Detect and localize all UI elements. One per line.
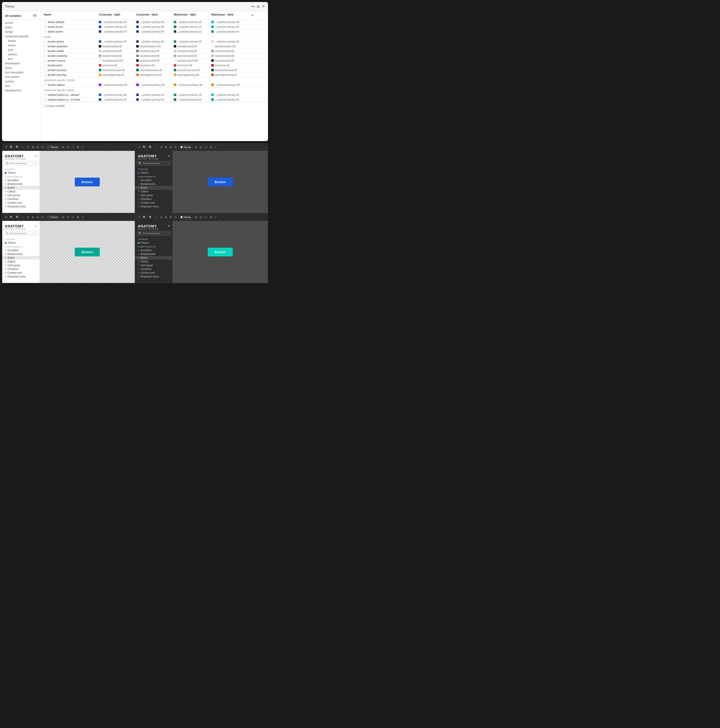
nav-card-group-3[interactable]: ⊞Card group (2, 263, 40, 267)
nav-dropdown-menu[interactable]: ⊞Dropdown menu (2, 205, 40, 208)
nav-content-card-4[interactable]: ⊞Content card (135, 271, 172, 275)
refresh-icon-4[interactable]: ↺ (137, 215, 141, 219)
search-box-3[interactable]: 🔍 Find components / (4, 231, 38, 236)
info-icon[interactable]: ⓘ (204, 145, 208, 150)
nav-accordion-4[interactable]: ⊞Accordion (135, 248, 172, 252)
frame-icon-3[interactable]: ⊡ (66, 215, 70, 219)
refresh-icon[interactable]: ↺ (4, 145, 8, 149)
zoom-fit-icon[interactable]: ↔ (154, 145, 158, 149)
collapse-arrow-7[interactable]: ˅ (169, 246, 170, 248)
token-item[interactable]: Tokens (2, 171, 40, 174)
table-icon-4[interactable]: ⊟ (194, 215, 198, 219)
list-view-icon[interactable]: ⊟ (169, 145, 172, 149)
sidebar-item-accent[interactable]: accent (2, 20, 41, 25)
add-column-button[interactable]: + (249, 13, 256, 17)
table-icon-3[interactable]: ⊟ (61, 215, 65, 219)
zoom-in-icon-4[interactable]: 🔍 (148, 215, 153, 219)
nav-accordion-3[interactable]: ⊞Accordion (2, 248, 40, 252)
nav-checkbox-3[interactable]: ⊞Checkbox (2, 267, 40, 271)
demo-button-4[interactable]: Button (208, 248, 233, 257)
zoom-fit-icon-3[interactable]: ↔ (21, 215, 25, 219)
all-variables-label[interactable]: All variables (5, 14, 21, 17)
panel-icon-3[interactable]: ⊞ (76, 215, 80, 219)
layout-icon-4[interactable]: ⊡ (174, 215, 177, 219)
expand-icon[interactable]: ⤢ (214, 145, 218, 149)
nav-button-4[interactable]: ⊞Button (135, 256, 172, 260)
demo-button-2[interactable]: Button (208, 177, 233, 187)
sidebar-item-text-sub[interactable]: text (2, 57, 41, 61)
zoom-fit-icon-4[interactable]: ↔ (154, 215, 158, 219)
list-view-icon-3[interactable]: ⊟ (36, 215, 40, 219)
info-icon-3[interactable]: ⓘ (71, 215, 75, 220)
nav-button-3[interactable]: ⊞Button (2, 256, 40, 260)
collapse-arrow[interactable]: ˅ (36, 168, 37, 170)
grid-view-icon[interactable]: ⊞ (164, 145, 168, 149)
sidebar-item-icon-system[interactable]: icon system (2, 75, 41, 79)
demo-button-1[interactable]: Button (75, 177, 100, 187)
settings-icon-3[interactable]: ⚙ (35, 225, 37, 228)
nav-breadcrumbs-2[interactable]: ⊞Breadcrumbs (135, 182, 172, 186)
layout-icon[interactable]: ⊡ (174, 145, 177, 149)
layout-icon[interactable]: ⊡ (41, 145, 44, 149)
nav-checkbox[interactable]: ⊞Checkbox (2, 197, 40, 201)
nav-dropdown-2[interactable]: ⊞Dropdown menu (135, 205, 172, 208)
sidebar-item-focus[interactable]: focus (2, 66, 41, 70)
frame-icon-4[interactable]: ⊡ (199, 215, 203, 219)
panel-icon[interactable]: ⊞ (209, 145, 213, 149)
settings-icon-4[interactable]: ⚙ (168, 225, 170, 228)
search-box-2[interactable]: 🔍 Find components / (137, 161, 171, 166)
token-item-3[interactable]: Tokens (2, 241, 40, 245)
nav-breadcrumbs-3[interactable]: ⊞Breadcrumbs (2, 252, 40, 256)
demo-button-3[interactable]: Button (75, 248, 100, 257)
nav-callout-4[interactable]: ⊞Callout (135, 260, 172, 263)
grid-view-icon-4[interactable]: ⊞ (164, 215, 168, 219)
expand-icon-3[interactable]: ⤢ (81, 215, 84, 219)
info-icon[interactable]: ⓘ (71, 145, 75, 150)
nav-dropdown-4[interactable]: ⊞Dropdown menu (135, 275, 172, 278)
grid-icon[interactable]: ⊞ (257, 5, 260, 9)
zoom-in-icon[interactable]: 🔍 (15, 145, 20, 149)
refresh-icon[interactable]: ↺ (137, 145, 141, 149)
sidebar-item-surface-sub[interactable]: surface (2, 52, 41, 57)
frame-icon[interactable]: ⊡ (66, 145, 70, 149)
sidebar-item-text[interactable]: text (2, 84, 41, 88)
reset-icon[interactable]: ↺ (159, 145, 163, 149)
sidebar-item-button-sub[interactable]: button (2, 43, 41, 47)
theme-badge-2[interactable]: Theme (178, 145, 193, 149)
panel-icon-4[interactable]: ⊞ (209, 215, 213, 219)
table-icon[interactable]: ⊟ (61, 145, 65, 149)
nav-card-group-2[interactable]: ⊞Card group (135, 193, 172, 197)
collapse-arrow-4[interactable]: ˅ (36, 238, 37, 240)
sidebar-item-action[interactable]: action (2, 25, 41, 29)
zoom-in-icon-3[interactable]: 🔍 (15, 215, 20, 219)
nav-callout-2[interactable]: ⊞Callout (135, 190, 172, 193)
table-icon[interactable]: ⊟ (194, 145, 198, 149)
panel-icon[interactable]: ⊞ (76, 145, 80, 149)
sidebar-item-surface[interactable]: surface (2, 79, 41, 84)
collapse-arrow-2[interactable]: ˅ (169, 168, 170, 170)
sidebar-item-component-specific[interactable]: component specific (2, 34, 41, 38)
grid-view-icon-3[interactable]: ⊞ (31, 215, 35, 219)
nav-checkbox-4[interactable]: ⊞Checkbox (135, 267, 172, 271)
layout-icon-3[interactable]: ⊡ (41, 215, 44, 219)
zoom-fit-icon[interactable]: ↔ (21, 145, 25, 149)
reset-icon[interactable]: ↺ (26, 145, 30, 149)
search-box-4[interactable]: 🔍 Find components / (137, 231, 171, 236)
theme-badge-4[interactable]: Theme (178, 215, 193, 219)
collapse-arrow-3[interactable]: ˅ (169, 176, 170, 178)
collapse-arrow[interactable]: ˅ (36, 176, 37, 178)
token-item-4[interactable]: Tokens (135, 241, 172, 245)
sidebar-item-transparency[interactable]: transparency (2, 88, 41, 93)
sidebar-item-icon-sub[interactable]: icon (2, 47, 41, 52)
expand-icon-4[interactable]: ⤢ (214, 215, 218, 219)
nav-card-group[interactable]: ⊞Card group (2, 193, 40, 197)
zoom-out-icon-4[interactable]: 🔍 (142, 215, 147, 219)
sidebar-item-icon-decorative[interactable]: icon decorative (2, 70, 41, 75)
nav-card-group-4[interactable]: ⊞Card group (135, 263, 172, 267)
nav-button[interactable]: ⊞Button (2, 186, 40, 190)
list-view-icon[interactable]: ⊟ (36, 145, 40, 149)
zoom-out-icon[interactable]: 🔍 (9, 145, 14, 149)
nav-breadcrumbs-4[interactable]: ⊞Breadcrumbs (135, 252, 172, 256)
nav-breadcrumbs[interactable]: ⊞Breadcrumbs (2, 182, 40, 186)
reset-icon-3[interactable]: ↺ (26, 215, 30, 219)
